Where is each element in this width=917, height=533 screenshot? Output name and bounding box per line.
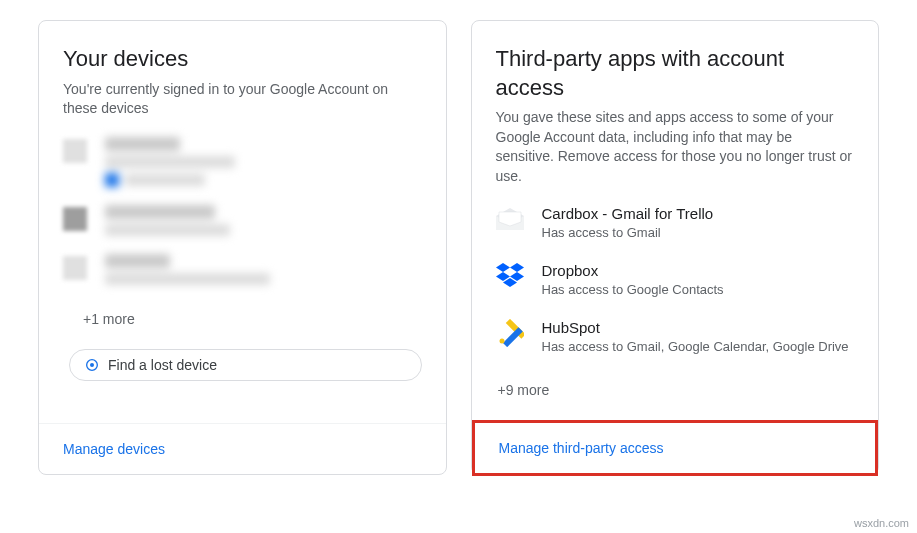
- devices-footer: Manage devices: [39, 423, 446, 474]
- device-info: [105, 137, 422, 187]
- third-party-apps-card: Third-party apps with account access You…: [471, 20, 880, 475]
- device-list: [63, 137, 422, 303]
- manage-devices-link[interactable]: Manage devices: [63, 441, 165, 457]
- app-name: HubSpot: [542, 319, 855, 336]
- device-item[interactable]: [63, 205, 422, 236]
- device-item[interactable]: [63, 137, 422, 187]
- device-icon: [63, 139, 87, 163]
- device-info: [105, 254, 422, 285]
- svg-rect-11: [502, 327, 522, 347]
- device-icon: [63, 207, 87, 231]
- devices-card: Your devices You're currently signed in …: [38, 20, 447, 475]
- device-info: [105, 205, 422, 236]
- target-icon: [84, 357, 100, 373]
- app-item-dropbox[interactable]: Dropbox Has access to Google Contacts: [496, 262, 855, 299]
- devices-desc: You're currently signed in to your Googl…: [63, 80, 422, 119]
- svg-point-12: [499, 338, 504, 343]
- apps-desc: You gave these sites and apps access to …: [496, 108, 855, 186]
- find-lost-device-label: Find a lost device: [108, 357, 217, 373]
- manage-third-party-highlight: Manage third-party access: [472, 420, 879, 476]
- hubspot-icon: [496, 319, 524, 347]
- app-item-hubspot[interactable]: HubSpot Has access to Gmail, Google Cale…: [496, 319, 855, 356]
- app-list: Cardbox - Gmail for Trello Has access to…: [496, 205, 855, 377]
- devices-more[interactable]: +1 more: [83, 311, 422, 327]
- manage-third-party-link[interactable]: Manage third-party access: [499, 440, 664, 456]
- devices-title: Your devices: [63, 45, 422, 74]
- app-name: Cardbox - Gmail for Trello: [542, 205, 855, 222]
- envelope-icon: [496, 205, 524, 233]
- app-access: Has access to Google Contacts: [542, 281, 855, 299]
- app-access: Has access to Gmail: [542, 224, 855, 242]
- apps-title: Third-party apps with account access: [496, 45, 855, 102]
- svg-marker-5: [496, 263, 510, 272]
- svg-marker-6: [510, 263, 524, 272]
- apps-more[interactable]: +9 more: [498, 382, 855, 398]
- app-name: Dropbox: [542, 262, 855, 279]
- device-icon: [63, 256, 87, 280]
- app-item-cardbox[interactable]: Cardbox - Gmail for Trello Has access to…: [496, 205, 855, 242]
- device-item[interactable]: [63, 254, 422, 285]
- find-lost-device-button[interactable]: Find a lost device: [69, 349, 422, 381]
- dropbox-icon: [496, 262, 524, 290]
- app-access: Has access to Gmail, Google Calendar, Go…: [542, 338, 855, 356]
- svg-point-1: [90, 363, 94, 367]
